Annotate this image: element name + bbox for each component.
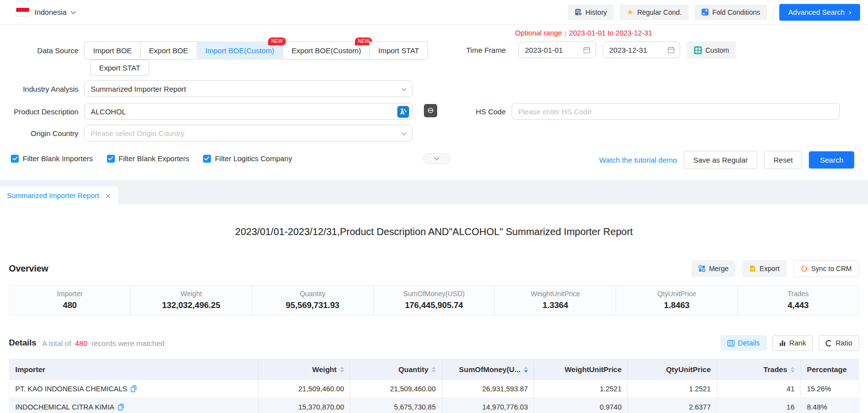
- date-from-input[interactable]: 2023-01-01: [519, 41, 596, 58]
- checkbox-label: Filter Blank Importers: [23, 154, 93, 163]
- cell-trades: 16: [717, 398, 801, 413]
- tutorial-demo-link[interactable]: Watch the tutorial demo: [599, 156, 677, 164]
- column-label: Weight: [312, 365, 337, 374]
- col-trades[interactable]: Trades: [717, 359, 801, 379]
- data-source-label: Data Source: [0, 41, 84, 60]
- origin-country-select[interactable]: Please select Origin Country: [84, 125, 413, 141]
- chevron-down-icon[interactable]: [70, 10, 75, 15]
- sort-icon[interactable]: [340, 367, 344, 373]
- hs-code-input[interactable]: [518, 107, 833, 116]
- table-row[interactable]: INDOCHEMICAL CITRA KIMIA 15,370,870.00 5…: [9, 398, 859, 413]
- cell-weight-unit-price: 0.9740: [534, 398, 628, 413]
- history-button[interactable]: History: [568, 4, 614, 20]
- tab-label: Export BOE(Custom): [292, 46, 361, 55]
- sync-to-crm-button[interactable]: Sync to CRM: [794, 260, 859, 277]
- report-title: 2023/01/01-2023/12/31,Product Descriptio…: [0, 205, 868, 238]
- product-description-input[interactable]: [91, 107, 406, 116]
- translate-icon[interactable]: A: [397, 106, 409, 118]
- details-grid-icon: [728, 340, 734, 346]
- filter-blank-exporters-checkbox[interactable]: Filter Blank Exporters: [107, 154, 189, 163]
- result-tabbar: Summarized Importer Report ✕: [0, 187, 868, 205]
- table-row[interactable]: PT. KAO INDONESIA CHEMICALS 21,509,460.0…: [9, 379, 859, 398]
- reset-button[interactable]: Reset: [764, 151, 802, 169]
- cell-importer[interactable]: INDOCHEMICAL CITRA KIMIA: [9, 398, 259, 413]
- cell-importer[interactable]: PT. KAO INDONESIA CHEMICALS: [9, 380, 259, 398]
- fold-conditions-button[interactable]: Fold Conditions: [694, 4, 767, 20]
- view-rank-button[interactable]: Rank: [772, 335, 813, 351]
- tab-label: Export BOE: [149, 46, 188, 55]
- date-to-input[interactable]: 2023-12-31: [603, 41, 680, 58]
- stat-label: SumOfMoney(USD): [403, 290, 464, 298]
- stat-trades: Trades 4,443: [738, 285, 859, 315]
- cell-quantity: 21,509,460.00: [350, 380, 442, 398]
- product-description-field: A: [84, 103, 413, 120]
- filter-blank-importers-checkbox[interactable]: Filter Blank Importers: [11, 154, 93, 163]
- industry-analysis-label: Industry Analysis: [0, 80, 84, 98]
- rank-icon: [779, 340, 786, 346]
- column-label: WeightUnitPrice: [564, 365, 622, 374]
- column-label: SumOfMoney(U...: [459, 365, 521, 374]
- hs-code-field: [512, 103, 840, 120]
- advanced-search-button[interactable]: Advanced Search ›: [779, 4, 860, 21]
- match-suffix: records were matched: [92, 339, 165, 347]
- chevron-right-icon: ›: [849, 8, 851, 16]
- export-button[interactable]: Export: [742, 260, 786, 277]
- sort-icon-active[interactable]: [524, 367, 528, 373]
- importer-name[interactable]: PT. KAO INDONESIA CHEMICALS: [15, 385, 127, 393]
- details-title: Details: [9, 338, 36, 348]
- history-label: History: [586, 8, 607, 16]
- date-from-value: 2023-01-01: [525, 46, 563, 54]
- copy-icon[interactable]: [131, 385, 137, 392]
- regular-cond-button[interactable]: ★ Regular Cond.: [620, 4, 689, 20]
- cell-percentage: 8.48%: [801, 398, 859, 413]
- chevron-down-icon: [401, 131, 406, 136]
- tab-import-stat[interactable]: Import STAT: [369, 41, 428, 60]
- column-label: QtyUnitPrice: [666, 365, 711, 374]
- stat-value: 4,443: [788, 301, 809, 310]
- cell-quantity: 5,675,730.85: [350, 398, 442, 413]
- origin-country-placeholder: Please select Origin Country: [91, 129, 184, 138]
- ratio-icon: [826, 340, 832, 346]
- close-icon[interactable]: ✕: [105, 192, 111, 200]
- save-as-regular-button[interactable]: Save as Regular: [684, 151, 757, 169]
- export-icon: [749, 265, 756, 272]
- sort-icon[interactable]: [791, 367, 795, 373]
- column-label: Trades: [764, 365, 787, 374]
- tab-import-boe-custom[interactable]: Import BOE(Custom)NEW: [197, 41, 283, 60]
- view-ratio-button[interactable]: Ratio: [819, 335, 859, 351]
- column-label: Importer: [15, 365, 45, 374]
- country-selector-label[interactable]: Indonesia: [35, 8, 67, 16]
- merge-button[interactable]: Merge: [692, 260, 735, 277]
- custom-range-button[interactable]: Custom: [687, 41, 736, 59]
- expand-conditions-button[interactable]: [423, 153, 451, 164]
- stat-label: Quantity: [300, 290, 325, 298]
- view-details-button[interactable]: Details: [721, 335, 766, 351]
- tab-import-boe[interactable]: Import BOE: [84, 41, 140, 60]
- stat-label: Trades: [788, 290, 809, 298]
- stat-value: 95,569,731.93: [286, 301, 340, 310]
- tab-export-stat[interactable]: Export STAT: [90, 60, 149, 76]
- industry-analysis-select[interactable]: Summarized Importer Report: [84, 80, 413, 97]
- custom-icon: [694, 46, 702, 54]
- sort-icon[interactable]: [432, 367, 436, 373]
- date-to-value: 2023-12-31: [609, 46, 647, 54]
- col-quantity[interactable]: Quantity: [350, 359, 442, 379]
- column-label: Percentage: [807, 365, 847, 374]
- col-sum-of-money[interactable]: SumOfMoney(U...: [442, 359, 534, 379]
- industry-analysis-value: Summarized Importer Report: [91, 85, 186, 93]
- importer-name[interactable]: INDOCHEMICAL CITRA KIMIA: [15, 403, 114, 411]
- search-button[interactable]: Search: [809, 151, 854, 169]
- copy-icon[interactable]: [118, 404, 124, 411]
- filter-logistics-company-checkbox[interactable]: Filter Logitics Company: [203, 154, 292, 163]
- tab-summarized-importer-report[interactable]: Summarized Importer Report ✕: [0, 187, 118, 205]
- stat-value: 176,445,905.74: [405, 301, 463, 310]
- checkbox-checked-icon: [203, 155, 211, 163]
- table-header-row: Importer Weight Quantity SumOfMoney(U...…: [9, 359, 859, 379]
- cell-qty-unit-price: 2.6377: [628, 398, 717, 413]
- tab-label: Import BOE(Custom): [206, 46, 275, 55]
- col-weight[interactable]: Weight: [259, 359, 350, 379]
- checkbox-label: Filter Blank Exporters: [119, 154, 189, 163]
- tab-export-boe[interactable]: Export BOE: [140, 41, 197, 60]
- col-weight-unit-price: WeightUnitPrice: [534, 359, 628, 379]
- tab-export-boe-custom[interactable]: Export BOE(Custom)NEW: [283, 41, 370, 60]
